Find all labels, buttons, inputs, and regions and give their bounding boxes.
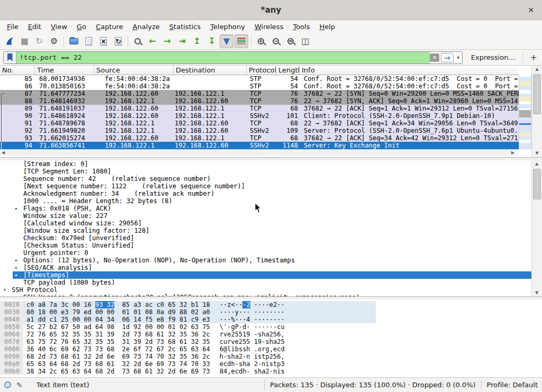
filter-bookmark-button[interactable] xyxy=(4,52,16,63)
hex-bytes[interactable]: 63 75 72 76 65 32 35 35 31 39 2d 73 68 6… xyxy=(26,338,210,345)
hex-row[interactable]: 003080 18 00 e3 79 ed 00 00 01 01 08 0a … xyxy=(0,308,376,316)
colorize-button[interactable] xyxy=(234,34,248,48)
table-row[interactable]: 9371.662015274192.168.122.60192.168.122.… xyxy=(0,134,519,142)
hex-bytes[interactable]: 38 34 2c 65 63 64 68 2d 73 68 61 32 2d 6… xyxy=(26,368,210,375)
hex-ascii[interactable]: ··z<···2 ····e2·· xyxy=(220,301,285,308)
table-row[interactable]: 8771.647777234192.168.122.60192.168.122.… xyxy=(0,90,519,97)
go-last-packet-button[interactable]: ↧ xyxy=(205,34,219,48)
zoom-out-button[interactable]: − xyxy=(269,34,283,48)
menu-item-analyze[interactable]: Analyze xyxy=(128,22,165,32)
hex-bytes[interactable]: 80 18 00 e3 79 ed 00 00 01 01 08 0a d9 8… xyxy=(26,308,210,316)
table-row[interactable]: 9171.648789678192.168.122.1192.168.122.6… xyxy=(0,120,519,127)
menu-item-wireless[interactable]: Wireless xyxy=(250,22,288,32)
hex-ascii[interactable]: ····y··· ········ xyxy=(220,308,285,316)
table-row[interactable]: 8670.013850163fe:54:00:d4:38:2aSTP54Conf… xyxy=(0,83,519,90)
menu-item-statistics[interactable]: Statistics xyxy=(165,22,205,32)
hex-bytes[interactable]: 65 63 64 68 2d 73 68 61 32 2d 6e 69 73 7… xyxy=(26,360,210,368)
detail-line[interactable]: ▸Options: (12 bytes), No-Operation (NOP)… xyxy=(0,257,531,264)
detail-line[interactable]: [TCP Segment Len: 1080] xyxy=(0,168,531,175)
hex-row[interactable]: 00505c 27 b2 67 50 ad 64 98 1d 92 00 00 … xyxy=(0,323,376,331)
detail-line[interactable]: ▸Flags: 0x018 (PSH, ACK) xyxy=(0,205,531,212)
detail-line[interactable]: 1000 .... = Header Length: 32 bytes (8) xyxy=(0,197,531,205)
go-to-packet-button[interactable]: ⇥ xyxy=(175,34,189,48)
expression-button[interactable]: Expression… xyxy=(471,53,516,61)
menu-item-view[interactable]: View xyxy=(46,22,72,32)
open-file-button[interactable] xyxy=(67,34,80,48)
go-back-button[interactable]: ← xyxy=(146,34,159,48)
scroll-up-icon[interactable]: ▲ xyxy=(535,161,538,166)
detail-line[interactable]: ▸[SEQ/ACK analysis] xyxy=(0,264,531,271)
menu-item-tools[interactable]: Tools xyxy=(288,22,314,32)
detail-line[interactable]: [Next sequence number: 1122 (relative se… xyxy=(0,183,531,190)
detail-line[interactable]: TCP payload (1080 bytes) xyxy=(0,279,531,286)
resize-columns-button[interactable]: ◫ xyxy=(299,34,312,48)
detail-line[interactable]: [Window size scaling factor: 128] xyxy=(0,227,531,234)
hex-row[interactable]: 00b038 34 2c 65 63 64 68 2d 73 68 61 32 … xyxy=(0,368,376,375)
hex-ascii[interactable]: 6@libssh .org,ecd xyxy=(220,345,285,353)
menu-item-file[interactable]: File xyxy=(2,22,23,32)
table-row[interactable]: 9071.648618924192.168.122.60192.168.122.… xyxy=(0,112,519,120)
zoom-100-button[interactable]: = xyxy=(284,34,297,48)
auto-scroll-button[interactable]: ▼ xyxy=(220,34,233,48)
table-row[interactable]: 8568.001734936fe:54:00:d4:38:2aSTP54Conf… xyxy=(0,75,519,83)
capture-options-button[interactable]: ⚙ xyxy=(47,34,61,48)
menu-item-telephony[interactable]: Telephony xyxy=(205,22,250,32)
hex-row[interactable]: 007063 75 72 76 65 32 35 35 31 39 2d 73 … xyxy=(0,338,376,345)
hex-row[interactable]: 00a065 63 64 68 2d 73 68 61 32 2d 6e 69 … xyxy=(0,360,376,368)
expand-arrow-icon[interactable]: ▸ xyxy=(15,257,18,264)
detail-line[interactable]: ▾SSH Protocol xyxy=(0,286,531,294)
expand-arrow-icon[interactable]: ▸ xyxy=(15,205,18,212)
go-first-packet-button[interactable]: ↥ xyxy=(190,34,204,48)
profile-label[interactable]: Profile: Default xyxy=(487,381,538,389)
close-window-button[interactable]: ✕ xyxy=(526,5,536,15)
menu-item-go[interactable]: Go xyxy=(72,22,91,32)
detail-line[interactable]: Window size value: 227 xyxy=(0,212,531,220)
table-row[interactable]: 8971.648191037192.168.122.60192.168.122.… xyxy=(0,105,519,112)
scrollbar-thumb[interactable] xyxy=(533,74,541,114)
hex-bytes[interactable]: 5c 27 b2 67 50 ad 64 98 1d 92 00 00 01 0… xyxy=(26,323,210,331)
capture-comment-icon[interactable]: ✎ xyxy=(16,381,23,389)
scroll-up-icon[interactable]: ▲ xyxy=(535,66,538,73)
close-file-button[interactable]: ✕ xyxy=(96,34,110,48)
hex-ascii[interactable]: ···%···4 ········ xyxy=(220,316,285,323)
column-header-time[interactable]: Time xyxy=(35,66,94,75)
filter-add-button[interactable]: + xyxy=(528,52,539,62)
column-header-proto[interactable]: Protocol xyxy=(247,66,276,75)
menu-item-help[interactable]: Help xyxy=(314,22,340,32)
display-filter-field[interactable]: !tcp.port == 22 ✕ → ▾ xyxy=(3,51,463,64)
detail-line[interactable]: Checksum: 0x79ed [unverified] xyxy=(0,234,531,242)
hex-row[interactable]: 0020c0 a8 7a 3c 00 16 93 32 85 a3 ac c0 … xyxy=(0,301,376,308)
filter-clear-button[interactable]: ✕ xyxy=(430,53,439,62)
scroll-down-icon[interactable]: ▼ xyxy=(535,290,538,295)
hex-ascii[interactable]: ecdh-sha 2-nistp3 xyxy=(220,360,285,368)
expand-arrow-icon[interactable]: ▸ xyxy=(15,271,18,279)
reload-file-button[interactable]: ↻ xyxy=(111,34,125,48)
find-packet-button[interactable] xyxy=(131,34,144,48)
hex-ascii[interactable]: rve25519 -sha256, xyxy=(220,331,285,338)
scroll-down-icon[interactable]: ▼ xyxy=(535,150,538,157)
column-header-dest[interactable]: Destination xyxy=(174,66,247,75)
table-row[interactable]: 8871.648146932192.168.122.1192.168.122.6… xyxy=(0,97,519,105)
menu-item-capture[interactable]: Capture xyxy=(91,22,128,32)
scroll-right-icon[interactable]: ▶ xyxy=(511,150,514,155)
stop-capture-button[interactable]: ■ xyxy=(17,34,31,48)
hex-ascii[interactable]: h-sha2-n istp256, xyxy=(220,353,285,360)
column-header-len[interactable]: Length xyxy=(276,66,300,75)
detail-vscrollbar[interactable]: ▲ ▼ xyxy=(531,160,542,296)
detail-line[interactable]: [Checksum Status: Unverified] xyxy=(0,242,531,249)
expert-info-icon[interactable] xyxy=(4,381,11,388)
start-capture-button[interactable] xyxy=(3,34,16,48)
hex-bytes[interactable]: 68 2d 73 68 61 32 2d 6e 69 73 74 70 32 3… xyxy=(26,353,210,360)
display-filter-input[interactable]: !tcp.port == 22 xyxy=(16,52,430,63)
detail-line[interactable]: Acknowledgment number: 34 (relative ack … xyxy=(0,190,531,197)
filter-apply-button[interactable]: → xyxy=(441,53,454,62)
hex-row[interactable]: 006072 76 65 32 35 35 31 39 2d 73 68 61 … xyxy=(0,331,376,338)
column-header-no[interactable]: No. xyxy=(0,66,35,75)
go-forward-button[interactable]: → xyxy=(160,34,174,48)
hex-bytes[interactable]: a1 dd c1 25 00 00 04 34 06 14 f5 e8 f9 8… xyxy=(26,316,210,323)
column-header-info[interactable]: Info xyxy=(300,66,519,75)
detail-line[interactable]: [Calculated window size: 29056] xyxy=(0,220,531,227)
scrollbar-thumb[interactable] xyxy=(533,169,541,199)
menu-item-edit[interactable]: Edit xyxy=(23,22,46,32)
packet-list-vscrollbar[interactable]: ▲ ▼ xyxy=(531,66,542,157)
